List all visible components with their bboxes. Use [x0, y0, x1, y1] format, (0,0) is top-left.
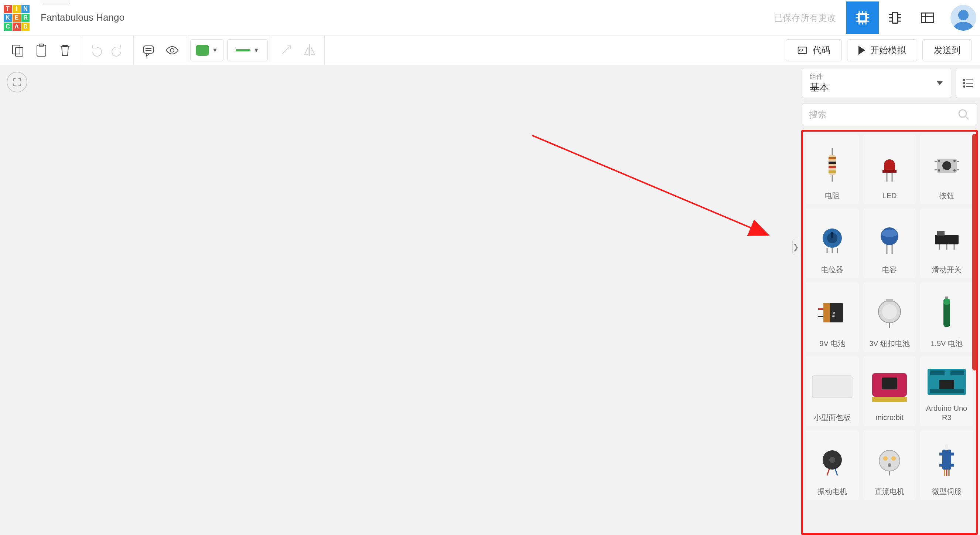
svg-rect-73 — [937, 231, 945, 236]
zoom-fit-button[interactable] — [6, 72, 27, 93]
simulate-label: 开始模拟 — [870, 45, 906, 56]
send-label: 发送到 — [934, 45, 961, 56]
component-microbit[interactable]: micro:bit — [863, 356, 916, 426]
svg-point-31 — [170, 48, 174, 52]
component-resistor[interactable]: 电阻 — [806, 134, 859, 204]
code-icon — [797, 45, 808, 56]
svg-point-102 — [879, 450, 900, 471]
component-arduino[interactable]: Arduino Uno R3 — [920, 356, 973, 426]
mirror-button[interactable] — [298, 39, 321, 61]
svg-rect-45 — [829, 161, 836, 164]
component-label: 1.5V 电池 — [931, 339, 963, 348]
panel-collapse-handle[interactable]: ❯ — [792, 239, 799, 255]
svg-text:9V: 9V — [831, 311, 836, 317]
wire-style-select[interactable]: ▼ — [227, 39, 268, 61]
rotate-button[interactable] — [274, 39, 298, 61]
component-label: Arduino Uno R3 — [923, 404, 971, 422]
canvas[interactable]: ❯ 组件 基本 电阻LED按钮电位器电容滑动开 — [0, 65, 980, 535]
svg-rect-49 — [883, 170, 897, 172]
svg-rect-92 — [872, 397, 907, 402]
component-pushbutton[interactable]: 按钮 — [920, 134, 973, 204]
vibration-motor-icon — [808, 434, 857, 487]
component-micro-servo[interactable]: 微型伺服 — [920, 430, 973, 500]
svg-line-41 — [966, 117, 969, 120]
svg-point-36 — [963, 83, 965, 84]
app-header: TIN KER CAD Fantabulous Hango 已保存所有更改 — [0, 0, 980, 35]
mirror-icon — [302, 43, 317, 57]
svg-point-54 — [938, 160, 940, 162]
svg-rect-94 — [930, 371, 945, 375]
undo-button[interactable] — [83, 39, 107, 61]
scrollbar[interactable] — [972, 134, 977, 371]
panel-view-toggle[interactable] — [956, 68, 980, 98]
rotate-icon — [278, 43, 293, 57]
paste-button[interactable] — [30, 39, 53, 61]
component-led[interactable]: LED — [863, 134, 916, 204]
svg-rect-91 — [882, 377, 897, 389]
component-vibration-motor[interactable]: 振动电机 — [806, 430, 859, 500]
tinkercad-logo[interactable]: TIN KER CAD — [4, 5, 30, 31]
svg-point-53 — [942, 161, 951, 170]
component-breadboard[interactable]: 小型面包板 — [806, 356, 859, 426]
project-title[interactable]: Fantabulous Hango — [41, 12, 124, 23]
svg-point-103 — [883, 456, 888, 461]
svg-point-56 — [938, 169, 940, 172]
led-icon — [865, 138, 914, 191]
svg-rect-14 — [892, 12, 898, 23]
component-dc-motor[interactable]: 直流电机 — [863, 430, 916, 500]
redo-button[interactable] — [107, 39, 130, 61]
start-simulation-button[interactable]: 开始模拟 — [847, 39, 917, 61]
component-slide-switch[interactable]: 滑动开关 — [920, 209, 973, 278]
note-icon — [141, 43, 156, 57]
wire-color-select[interactable]: ▼ — [190, 39, 223, 61]
save-status: 已保存所有更改 — [774, 12, 836, 24]
svg-rect-88 — [945, 297, 948, 299]
component-potentiometer[interactable]: 电位器 — [806, 209, 859, 278]
svg-rect-108 — [939, 452, 954, 455]
potentiometer-icon — [808, 212, 857, 265]
view-3d-button[interactable] — [846, 2, 879, 34]
copy-button[interactable] — [6, 39, 30, 61]
component-label: 微型伺服 — [932, 487, 961, 496]
component-label: 9V 电池 — [819, 339, 845, 348]
category-value: 基本 — [810, 81, 943, 94]
send-to-button[interactable]: 发送到 — [923, 39, 972, 61]
svg-rect-89 — [812, 376, 852, 398]
slide-switch-icon — [923, 212, 971, 265]
delete-button[interactable] — [53, 39, 77, 61]
component-label: 按钮 — [939, 191, 954, 200]
component-9v-battery[interactable]: 9V9V 电池 — [806, 283, 859, 352]
chevron-down-icon: ▼ — [212, 47, 218, 54]
user-avatar[interactable] — [950, 5, 976, 31]
microbit-icon — [865, 360, 914, 413]
annotate-button[interactable] — [137, 39, 160, 61]
micro-servo-icon — [923, 434, 971, 487]
resistor-icon — [808, 138, 857, 191]
coin-cell-icon — [865, 286, 914, 339]
component-search[interactable] — [802, 103, 977, 126]
redo-icon — [111, 43, 126, 57]
trash-icon — [57, 43, 72, 57]
component-capacitor[interactable]: 电容 — [863, 209, 916, 278]
chip-icon — [854, 10, 871, 26]
code-button[interactable]: 代码 — [786, 39, 842, 61]
components-list: 电阻LED按钮电位器电容滑动开关9V9V 电池3V 纽扣电池1.5V 电池小型面… — [801, 130, 978, 535]
svg-point-69 — [881, 230, 897, 237]
capacitor-icon — [865, 212, 914, 265]
svg-rect-87 — [943, 299, 950, 305]
svg-point-57 — [953, 169, 956, 172]
ic-icon — [887, 10, 903, 26]
paste-icon — [34, 43, 49, 57]
search-input[interactable] — [809, 109, 958, 120]
view-list-button[interactable] — [911, 2, 944, 34]
visibility-button[interactable] — [160, 39, 184, 61]
svg-rect-28 — [143, 46, 154, 53]
chevron-down-icon: ▼ — [253, 47, 259, 54]
chevron-down-icon — [937, 81, 943, 85]
svg-rect-44 — [829, 157, 836, 159]
component-coin-cell[interactable]: 3V 纽扣电池 — [863, 283, 916, 352]
component-category-select[interactable]: 组件 基本 — [802, 68, 951, 98]
svg-line-100 — [827, 469, 829, 476]
component-aa-battery[interactable]: 1.5V 电池 — [920, 283, 973, 352]
view-schematic-button[interactable] — [879, 2, 911, 34]
